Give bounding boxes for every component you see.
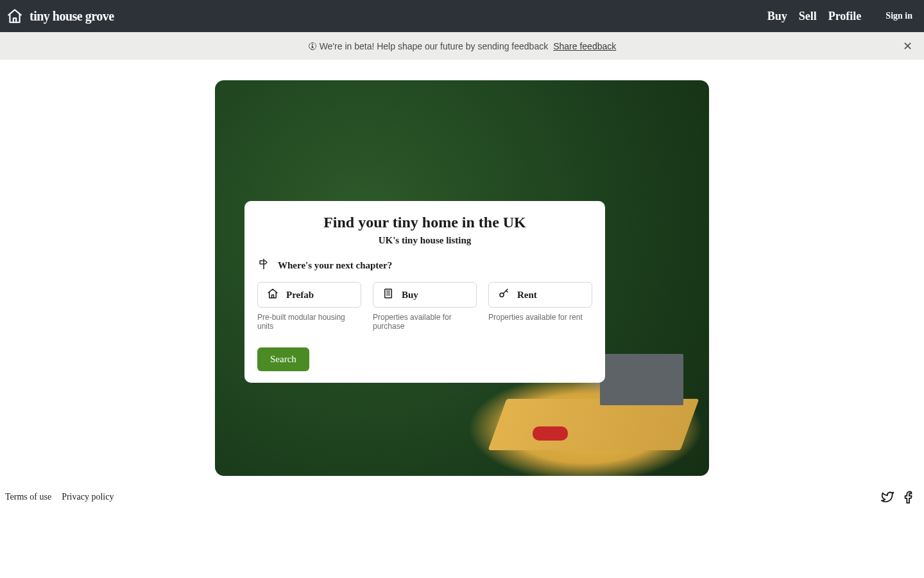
option-rent[interactable]: Rent xyxy=(488,282,592,308)
option-rent-desc: Properties available for rent xyxy=(488,313,592,322)
tiny-house-graphic xyxy=(600,354,683,405)
terms-link[interactable]: Terms of use xyxy=(5,492,51,502)
footer-links: Terms of use Privacy policy xyxy=(5,492,114,502)
option-buy-desc: Properties available for purchase xyxy=(373,313,477,331)
option-row: Prefab Pre-built modular housing units B… xyxy=(257,282,592,331)
social-links xyxy=(880,490,916,504)
option-buy[interactable]: Buy xyxy=(373,282,477,308)
svg-rect-0 xyxy=(385,289,392,298)
share-feedback-link[interactable]: Share feedback xyxy=(553,41,616,51)
twitter-icon[interactable] xyxy=(880,490,894,504)
card-title: Find your tiny home in the UK xyxy=(257,214,592,231)
search-card: Find your tiny home in the UK UK's tiny … xyxy=(244,201,605,383)
chapter-text: Where's your next chapter? xyxy=(278,260,392,271)
privacy-link[interactable]: Privacy policy xyxy=(62,492,114,502)
close-icon[interactable]: ✕ xyxy=(903,40,912,52)
deck-graphic xyxy=(488,399,699,450)
logo[interactable]: tiny house grove xyxy=(6,8,114,24)
person-graphic xyxy=(533,426,568,441)
option-prefab[interactable]: Prefab xyxy=(257,282,361,308)
option-prefab-label: Prefab xyxy=(286,290,314,301)
nav-buy[interactable]: Buy xyxy=(767,10,787,23)
house-icon xyxy=(6,8,23,24)
hero-image: Find your tiny home in the UK UK's tiny … xyxy=(215,80,709,476)
brand-text: tiny house grove xyxy=(30,9,114,24)
option-buy-label: Buy xyxy=(402,290,418,301)
footer: Terms of use Privacy policy xyxy=(0,476,924,504)
nav-sell[interactable]: Sell xyxy=(799,10,817,23)
hero-section: Find your tiny home in the UK UK's tiny … xyxy=(0,60,924,476)
chapter-prompt: Where's your next chapter? xyxy=(257,258,592,273)
signpost-icon xyxy=(257,258,270,273)
nav-profile[interactable]: Profile xyxy=(828,10,862,23)
search-button[interactable]: Search xyxy=(257,347,309,371)
card-subtitle: UK's tiny house listing xyxy=(257,235,592,246)
facebook-icon[interactable] xyxy=(902,490,916,504)
house-icon xyxy=(267,288,278,302)
nav-right: Buy Sell Profile Sign in xyxy=(767,10,918,23)
option-prefab-desc: Pre-built modular housing units xyxy=(257,313,361,331)
header: tiny house grove Buy Sell Profile Sign i… xyxy=(0,0,924,32)
key-icon xyxy=(498,288,509,302)
option-rent-label: Rent xyxy=(517,290,537,301)
building-icon xyxy=(382,288,394,302)
signin-link[interactable]: Sign in xyxy=(886,11,912,21)
beta-banner: 🛈 We're in beta! Help shape our future b… xyxy=(0,32,924,60)
banner-text: 🛈 We're in beta! Help shape our future b… xyxy=(308,41,548,51)
